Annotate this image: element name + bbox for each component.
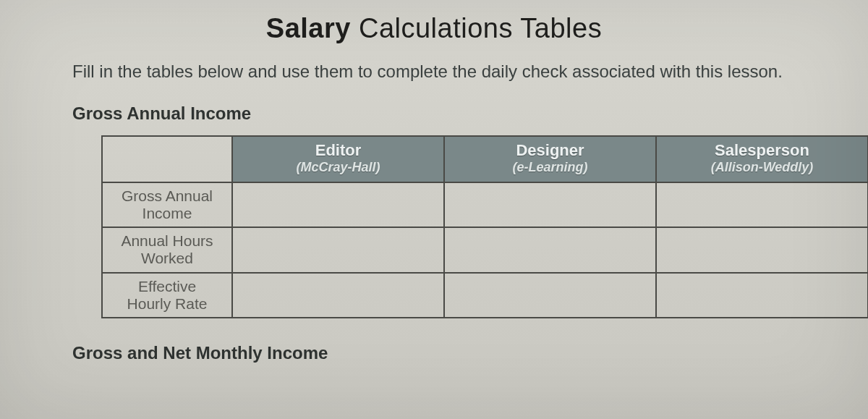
page-title: Salary Calculations Tables: [29, 13, 839, 44]
title-bold: Salary: [266, 13, 351, 43]
section-heading-gross-annual: Gross Annual Income: [72, 103, 839, 124]
cell-gross-annual-income-salesperson[interactable]: [656, 182, 868, 227]
cell-effective-rate-editor[interactable]: [232, 273, 444, 318]
cell-annual-hours-designer[interactable]: [444, 227, 656, 272]
col-subtitle: (McCray-Hall): [236, 160, 441, 176]
table-row: Gross Annual Income: [102, 182, 868, 227]
cell-effective-rate-designer[interactable]: [444, 273, 656, 318]
cell-effective-rate-salesperson[interactable]: [656, 273, 868, 318]
section-heading-gross-net-monthly: Gross and Net Monthly Income: [72, 343, 839, 363]
worksheet-page: Salary Calculations Tables Fill in the t…: [0, 0, 868, 419]
row-header-effective-hourly-rate: Effective Hourly Rate: [102, 273, 232, 318]
col-header-designer: Designer (e-Learning): [444, 136, 656, 182]
col-subtitle: (e-Learning): [448, 160, 652, 176]
row-header-annual-hours-worked: Annual Hours Worked: [102, 227, 232, 272]
instructions-text: Fill in the tables below and use them to…: [72, 62, 839, 82]
gross-annual-income-table: Editor (McCray-Hall) Designer (e-Learnin…: [101, 135, 868, 318]
table-row: Annual Hours Worked: [102, 227, 868, 272]
table-corner-blank: [102, 136, 232, 182]
row-header-gross-annual-income: Gross Annual Income: [102, 182, 232, 227]
cell-annual-hours-editor[interactable]: [232, 227, 444, 272]
col-subtitle: (Allison-Weddly): [660, 160, 864, 176]
cell-annual-hours-salesperson[interactable]: [656, 227, 868, 272]
col-header-salesperson: Salesperson (Allison-Weddly): [656, 136, 868, 182]
title-rest: Calculations Tables: [351, 13, 602, 43]
col-header-editor: Editor (McCray-Hall): [232, 136, 444, 182]
col-title: Salesperson: [660, 141, 864, 160]
col-title: Editor: [236, 141, 441, 160]
table-row: Effective Hourly Rate: [102, 273, 868, 318]
cell-gross-annual-income-editor[interactable]: [232, 182, 444, 227]
col-title: Designer: [448, 141, 652, 160]
cell-gross-annual-income-designer[interactable]: [444, 182, 656, 227]
